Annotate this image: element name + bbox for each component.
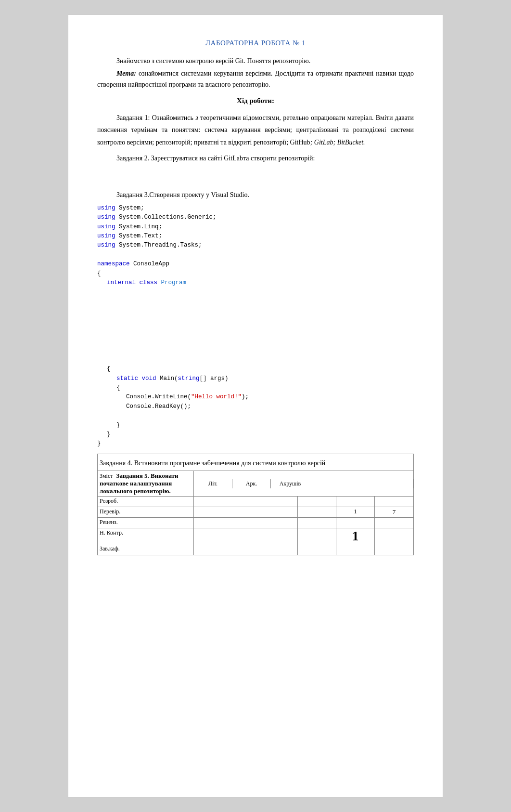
nkontrol-ark: 1 — [336, 528, 375, 544]
nkontrol-label: Н. Контр. — [98, 528, 194, 544]
task1-text: Завдання 1: Ознайомитись з теоретичними … — [97, 112, 414, 148]
intro-meta: Мета: ознайомитися системами керування в… — [97, 68, 414, 90]
zavkaf-ark — [336, 544, 375, 555]
rozrob-fill — [194, 497, 298, 507]
intro-line1: Знайомство з системою контролю версій Gi… — [97, 56, 414, 66]
stamp-row-recenz: Реценз. — [98, 518, 413, 528]
task2-text: Завдання 2. Зареєструватися на сайті Git… — [97, 152, 414, 164]
recenz-lit — [298, 518, 336, 528]
rozrob-lit — [298, 497, 336, 507]
zavkaf-lit — [298, 544, 336, 555]
meta-text: ознайомитися системами керування версіям… — [97, 70, 414, 88]
stamp-akrushiv-header: Акрушів — [271, 479, 309, 488]
zavkaf-label: Зав.каф. — [98, 544, 194, 555]
rozrob-ark — [336, 497, 375, 507]
code-block: using System; using System.Collections.G… — [97, 204, 414, 449]
task3-heading: Завдання 3.Створення проекту у Visual St… — [116, 191, 414, 199]
page: ЛАБОРАТОРНА РОБОТА № 1 Знайомство з сист… — [68, 14, 443, 798]
perevireno-label: Перевір. — [98, 507, 194, 517]
footer-stamp: Завдання 4. Встановити програмне забезпе… — [97, 454, 414, 555]
section-heading: Хід роботи: — [97, 97, 414, 105]
recenz-fill — [194, 518, 298, 528]
task4-text: Завдання 4. Встановити програмне забезпе… — [100, 459, 325, 467]
recenz-label: Реценз. — [98, 518, 194, 528]
recenz-ark — [336, 518, 375, 528]
recenz-akrushiv — [375, 518, 413, 528]
perevireno-akrushiv: 7 — [375, 507, 413, 517]
stamp-zmist-label: Зміст Завдання 5. Виконати початкове нал… — [98, 471, 194, 496]
stamp-ark-header: Арк. — [232, 479, 271, 488]
nkontrol-akrushiv — [375, 528, 413, 544]
stamp-row-zavkaf: Зав.каф. — [98, 544, 413, 555]
perevireno-lit — [298, 507, 336, 517]
zavkaf-fill — [194, 544, 298, 555]
nkontrol-lit — [298, 528, 336, 544]
stamp-lit-header: Літ. — [194, 479, 232, 488]
stamp-row-nkontrol: Н. Контр. 1 — [98, 528, 413, 544]
perevireno-ark: 1 — [336, 507, 375, 517]
rozrob-akrushiv — [375, 497, 413, 507]
zavkaf-akrushiv — [375, 544, 413, 555]
rozrob-label: Розроб. — [98, 497, 194, 507]
stamp-header: Зміст Завдання 5. Виконати початкове нал… — [98, 471, 413, 497]
stamp-header-content: Літ. Арк. Акрушів — [194, 479, 413, 488]
page-title: ЛАБОРАТОРНА РОБОТА № 1 — [97, 39, 414, 47]
meta-label: Мета: — [116, 70, 136, 77]
stamp-row-perevireno: Перевір. 1 7 — [98, 507, 413, 518]
task4-row: Завдання 4. Встановити програмне забезпе… — [98, 454, 413, 471]
stamp-row-rozrob: Розроб. — [98, 497, 413, 507]
nkontrol-fill — [194, 528, 298, 544]
perevireno-fill — [194, 507, 298, 517]
